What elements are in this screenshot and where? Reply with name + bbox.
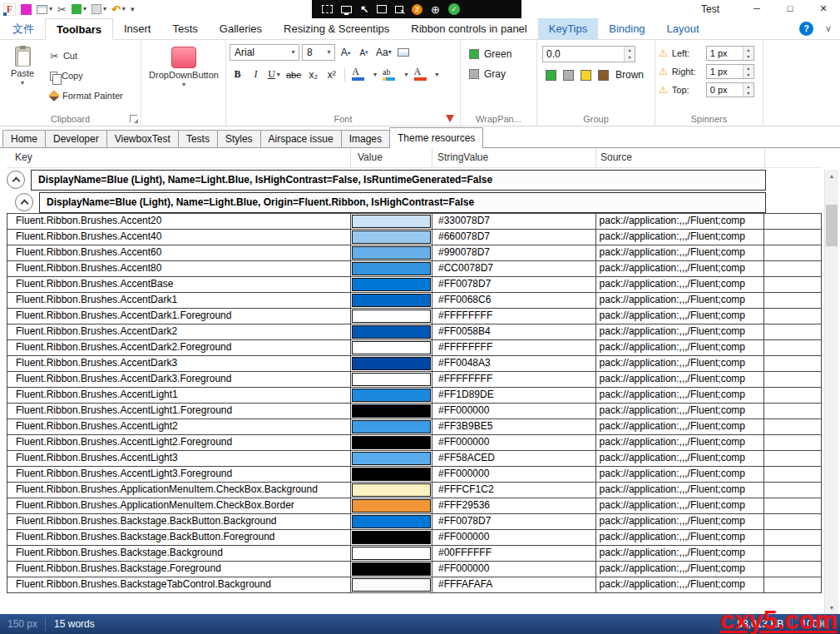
app-logo-icon[interactable]: F (3, 3, 16, 16)
step-up-icon[interactable]: ▴ (744, 65, 754, 72)
ime-keyboard-button[interactable] (396, 45, 412, 61)
grid-row[interactable]: Fluent.Ribbon.Brushes.AccentLight1#FF1D8… (7, 387, 822, 404)
dropdown-button[interactable]: DropDownButton ▾ (145, 44, 223, 88)
gray-button[interactable]: Gray (464, 64, 533, 84)
format-painter-button[interactable]: Format Painter (47, 86, 126, 106)
spinner-input[interactable]: 1 px▴▾ (706, 46, 754, 61)
subscript-button[interactable]: x₂ (305, 67, 321, 82)
bold-button[interactable]: B (230, 67, 245, 82)
grid-row[interactable]: Fluent.Ribbon.Brushes.AccentDark3#FF0048… (7, 355, 822, 372)
font-color-button[interactable]: A▾ (413, 67, 441, 82)
grid-row[interactable]: Fluent.Ribbon.Brushes.AccentDark1#FF0068… (7, 292, 822, 309)
step-up-icon[interactable]: ▴ (744, 83, 754, 90)
paste-button[interactable]: Paste ▾ (3, 44, 42, 106)
minimize-button[interactable]: ─ (740, 0, 773, 18)
ribbon-tab-insert[interactable]: Insert (113, 18, 162, 39)
grid-row[interactable]: Fluent.Ribbon.Brushes.AccentLight3#FF58A… (7, 450, 822, 467)
grid-row[interactable]: Fluent.Ribbon.Brushes.AccentDark1.Foregr… (7, 308, 822, 324)
ribbon-tab-galleries[interactable]: Galleries (209, 18, 273, 39)
color-swatch-yellow[interactable] (581, 70, 591, 81)
capture-cursor-icon[interactable]: ↖ (395, 6, 403, 13)
grid-row[interactable]: Fluent.Ribbon.Brushes.Accent60#990078D7p… (7, 245, 822, 261)
grid-row[interactable]: Fluent.Ribbon.Brushes.AccentLight3.Foreg… (7, 466, 822, 483)
grid-row[interactable]: Fluent.Ribbon.Brushes.ApplicationMenuIte… (7, 498, 822, 514)
green-color-qat-button[interactable]: ▾ (72, 0, 86, 18)
change-case-button[interactable]: Aa▾ (374, 45, 393, 61)
collapse-group-button[interactable] (15, 193, 33, 211)
grid-row[interactable]: Fluent.Ribbon.Brushes.AccentLight2#FF3B9… (7, 419, 822, 435)
font-family-combo[interactable]: Arial ▾ (230, 44, 299, 61)
monitor-icon[interactable] (341, 6, 352, 13)
gallery-qat-button[interactable]: ▾ (37, 0, 52, 18)
view-tab-styles[interactable]: Styles (217, 130, 261, 148)
step-up-icon[interactable]: ▴ (625, 47, 635, 54)
underline-button[interactable]: U▾ (266, 67, 282, 82)
cut-button[interactable]: ✂ Cut (47, 46, 126, 66)
globe-icon[interactable]: ⊕ (431, 3, 440, 16)
grid-row[interactable]: Fluent.Ribbon.Brushes.Backstage.BackButt… (7, 529, 822, 546)
color-swatch-green[interactable] (546, 70, 556, 81)
view-tab-tests[interactable]: Tests (178, 130, 218, 148)
color-swatch-gray[interactable] (563, 70, 574, 81)
view-tab-theme-resources[interactable]: Theme resources (389, 127, 483, 148)
step-up-icon[interactable]: ▴ (744, 47, 754, 53)
copy-button[interactable]: Copy (47, 66, 126, 86)
column-header-source[interactable]: Source (596, 148, 765, 167)
ribbon-tab-toolbars[interactable]: Toolbars (45, 18, 113, 40)
step-down-icon[interactable]: ▾ (744, 53, 754, 60)
italic-button[interactable]: I (248, 67, 264, 82)
spinner-input[interactable]: 1 px▴▾ (706, 64, 754, 79)
view-tab-developer[interactable]: Developer (45, 130, 107, 148)
group-spinner-input[interactable]: 0.0 ▴ ▾ (542, 46, 635, 62)
grid-row[interactable]: Fluent.Ribbon.Brushes.Backstage.BackButt… (7, 513, 822, 530)
ribbon-tab-binding[interactable]: Binding (598, 18, 655, 39)
grid-row[interactable]: Fluent.Ribbon.Brushes.AccentDark2#FF0058… (7, 324, 822, 340)
ribbon-tab-文件[interactable]: 文件 (2, 18, 45, 39)
grow-font-button[interactable]: A▴ (338, 45, 353, 61)
collapse-group-button[interactable] (7, 171, 25, 189)
grid-row[interactable]: Fluent.Ribbon.Brushes.Accent80#CC0078D7p… (7, 260, 822, 277)
ribbon-tab-tests[interactable]: Tests (161, 18, 208, 39)
column-header-stringvalue[interactable]: StringValue (432, 148, 596, 167)
strikethrough-button[interactable]: abe (284, 67, 303, 82)
collapse-ribbon-icon[interactable]: ∨ (825, 23, 832, 34)
green-button[interactable]: Green (464, 44, 533, 64)
scroll-up-icon[interactable]: ▲ (825, 170, 838, 182)
column-header-value[interactable]: Value (351, 148, 432, 167)
qat-overflow-button[interactable]: ▾ (131, 0, 135, 18)
dialog-launcher-icon[interactable] (130, 115, 137, 122)
ribbon-tab-ribbon-controls-in-panel[interactable]: Ribbon controls in panel (400, 18, 537, 39)
highlight-color-button[interactable]: ab▾ (381, 67, 409, 82)
cut-qat-button[interactable]: ✂ (57, 0, 67, 18)
magenta-swatch-icon[interactable] (21, 4, 32, 15)
ribbon-tab-layout[interactable]: Layout (656, 18, 710, 39)
undo-qat-button[interactable]: ↶ ▾ (111, 0, 126, 18)
grid-row[interactable]: Fluent.Ribbon.Brushes.Accent40#660078D7p… (7, 229, 822, 245)
shrink-font-button[interactable]: A▾ (356, 45, 372, 61)
step-down-icon[interactable]: ▾ (744, 72, 754, 78)
view-tab-airspace-issue[interactable]: Airspace issue (260, 130, 342, 148)
vertical-scrollbar[interactable]: ▲ ▼ (824, 170, 838, 614)
selection-box-icon[interactable] (377, 5, 387, 13)
column-header-key[interactable]: Key (7, 148, 351, 167)
color-swatch-brown[interactable] (598, 70, 609, 81)
font-size-combo[interactable]: 8 ▾ (302, 44, 335, 61)
status-check-icon[interactable]: ✓ (448, 3, 460, 15)
ribbon-tab-resizing-screentips[interactable]: Resizing & Screentips (273, 18, 400, 39)
ribbon-tab-keytips[interactable]: KeyTips (538, 18, 598, 39)
grid-row[interactable]: Fluent.Ribbon.Brushes.Backstage.Foregrou… (7, 561, 822, 577)
grid-row[interactable]: Fluent.Ribbon.Brushes.AccentDark3.Foregr… (7, 371, 822, 388)
cursor-icon[interactable]: ↖ (360, 3, 368, 15)
step-down-icon[interactable]: ▾ (625, 54, 635, 62)
grid-row[interactable]: Fluent.Ribbon.Brushes.AccentDark2.Foregr… (7, 339, 822, 356)
text-effects-button[interactable]: A▾ (350, 67, 378, 82)
scrollbar-thumb[interactable] (826, 205, 838, 246)
gray-color-qat-button[interactable]: ▾ (91, 0, 106, 18)
view-tab-images[interactable]: Images (341, 130, 390, 148)
step-down-icon[interactable]: ▾ (744, 90, 754, 97)
grid-row[interactable]: Fluent.Ribbon.Brushes.AccentBase#FF0078D… (7, 276, 822, 293)
close-button[interactable]: × (807, 0, 840, 18)
spinner-input[interactable]: 0 px▴▾ (706, 82, 754, 97)
capture-region-icon[interactable] (322, 5, 333, 13)
grid-row[interactable]: Fluent.Ribbon.Brushes.Accent20#330078D7p… (7, 213, 822, 230)
